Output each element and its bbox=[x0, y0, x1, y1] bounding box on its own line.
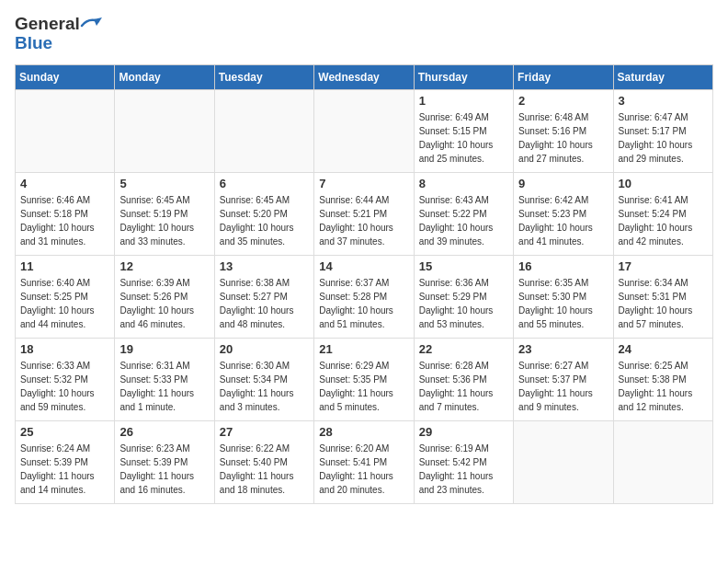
calendar-cell: 14Sunrise: 6:37 AMSunset: 5:28 PMDayligh… bbox=[314, 255, 414, 338]
logo-general-label: General bbox=[15, 15, 80, 34]
day-info: Sunrise: 6:35 AMSunset: 5:30 PMDaylight:… bbox=[518, 276, 608, 331]
day-number: 18 bbox=[20, 342, 109, 356]
calendar-cell: 6Sunrise: 6:45 AMSunset: 5:20 PMDaylight… bbox=[214, 172, 313, 255]
day-number: 24 bbox=[619, 342, 708, 356]
day-info: Sunrise: 6:43 AMSunset: 5:22 PMDaylight:… bbox=[419, 193, 508, 248]
calendar-cell: 12Sunrise: 6:39 AMSunset: 5:26 PMDayligh… bbox=[115, 255, 214, 338]
calendar-cell bbox=[115, 89, 214, 172]
day-info: Sunrise: 6:23 AMSunset: 5:39 PMDaylight:… bbox=[119, 442, 209, 497]
col-wednesday: Wednesday bbox=[314, 64, 414, 89]
calendar-cell bbox=[16, 89, 115, 172]
calendar-cell: 26Sunrise: 6:23 AMSunset: 5:39 PMDayligh… bbox=[115, 420, 214, 503]
calendar-cell: 11Sunrise: 6:40 AMSunset: 5:25 PMDayligh… bbox=[16, 255, 115, 338]
col-thursday: Thursday bbox=[414, 64, 513, 89]
calendar-cell: 25Sunrise: 6:24 AMSunset: 5:39 PMDayligh… bbox=[16, 420, 115, 503]
day-number: 11 bbox=[20, 259, 109, 273]
day-info: Sunrise: 6:36 AMSunset: 5:29 PMDaylight:… bbox=[419, 276, 508, 331]
calendar-cell: 9Sunrise: 6:42 AMSunset: 5:23 PMDaylight… bbox=[514, 172, 613, 255]
day-number: 19 bbox=[119, 342, 209, 356]
calendar-week-4: 18Sunrise: 6:33 AMSunset: 5:32 PMDayligh… bbox=[16, 338, 713, 420]
day-number: 4 bbox=[20, 177, 109, 190]
page-header: General Blue bbox=[15, 15, 713, 53]
day-info: Sunrise: 6:46 AMSunset: 5:18 PMDaylight:… bbox=[20, 193, 109, 248]
calendar-table: Sunday Monday Tuesday Wednesday Thursday… bbox=[15, 64, 713, 504]
col-tuesday: Tuesday bbox=[214, 64, 313, 89]
day-info: Sunrise: 6:42 AMSunset: 5:23 PMDaylight:… bbox=[518, 193, 608, 248]
day-number: 25 bbox=[20, 425, 109, 439]
calendar-cell bbox=[613, 420, 712, 503]
col-sunday: Sunday bbox=[16, 64, 115, 89]
col-saturday: Saturday bbox=[613, 64, 712, 89]
day-info: Sunrise: 6:44 AMSunset: 5:21 PMDaylight:… bbox=[319, 193, 408, 248]
day-number: 14 bbox=[319, 259, 408, 273]
logo-blue-label: Blue bbox=[15, 34, 102, 53]
day-info: Sunrise: 6:40 AMSunset: 5:25 PMDaylight:… bbox=[20, 276, 109, 331]
day-info: Sunrise: 6:48 AMSunset: 5:16 PMDaylight:… bbox=[518, 110, 608, 166]
day-info: Sunrise: 6:25 AMSunset: 5:38 PMDaylight:… bbox=[619, 359, 708, 414]
calendar-cell: 24Sunrise: 6:25 AMSunset: 5:38 PMDayligh… bbox=[613, 338, 712, 420]
calendar-cell: 19Sunrise: 6:31 AMSunset: 5:33 PMDayligh… bbox=[115, 338, 214, 420]
day-number: 16 bbox=[518, 259, 608, 273]
calendar-cell bbox=[214, 89, 313, 172]
calendar-week-1: 1Sunrise: 6:49 AMSunset: 5:15 PMDaylight… bbox=[16, 89, 713, 172]
calendar-cell: 18Sunrise: 6:33 AMSunset: 5:32 PMDayligh… bbox=[16, 338, 115, 420]
day-info: Sunrise: 6:37 AMSunset: 5:28 PMDaylight:… bbox=[319, 276, 408, 331]
day-number: 9 bbox=[518, 177, 608, 190]
calendar-cell bbox=[514, 420, 613, 503]
day-number: 21 bbox=[319, 342, 408, 356]
day-info: Sunrise: 6:34 AMSunset: 5:31 PMDaylight:… bbox=[619, 276, 708, 331]
calendar-cell: 4Sunrise: 6:46 AMSunset: 5:18 PMDaylight… bbox=[16, 172, 115, 255]
calendar-cell: 22Sunrise: 6:28 AMSunset: 5:36 PMDayligh… bbox=[414, 338, 513, 420]
day-number: 3 bbox=[619, 94, 708, 108]
day-number: 10 bbox=[619, 177, 708, 190]
day-info: Sunrise: 6:47 AMSunset: 5:17 PMDaylight:… bbox=[619, 110, 708, 166]
day-number: 12 bbox=[119, 259, 209, 273]
day-info: Sunrise: 6:30 AMSunset: 5:34 PMDaylight:… bbox=[220, 359, 309, 414]
day-info: Sunrise: 6:29 AMSunset: 5:35 PMDaylight:… bbox=[319, 359, 408, 414]
day-number: 1 bbox=[419, 94, 508, 108]
calendar-cell: 29Sunrise: 6:19 AMSunset: 5:42 PMDayligh… bbox=[414, 420, 513, 503]
day-number: 23 bbox=[518, 342, 608, 356]
calendar-week-5: 25Sunrise: 6:24 AMSunset: 5:39 PMDayligh… bbox=[16, 420, 713, 503]
day-info: Sunrise: 6:20 AMSunset: 5:41 PMDaylight:… bbox=[319, 442, 408, 497]
logo-bird-icon bbox=[80, 15, 102, 33]
day-info: Sunrise: 6:22 AMSunset: 5:40 PMDaylight:… bbox=[220, 442, 309, 497]
calendar-cell: 17Sunrise: 6:34 AMSunset: 5:31 PMDayligh… bbox=[613, 255, 712, 338]
day-number: 27 bbox=[220, 425, 309, 439]
day-info: Sunrise: 6:27 AMSunset: 5:37 PMDaylight:… bbox=[518, 359, 608, 414]
calendar-cell: 13Sunrise: 6:38 AMSunset: 5:27 PMDayligh… bbox=[214, 255, 313, 338]
header-row: Sunday Monday Tuesday Wednesday Thursday… bbox=[16, 64, 713, 89]
day-number: 29 bbox=[419, 425, 508, 439]
calendar-cell: 21Sunrise: 6:29 AMSunset: 5:35 PMDayligh… bbox=[314, 338, 414, 420]
calendar-cell: 23Sunrise: 6:27 AMSunset: 5:37 PMDayligh… bbox=[514, 338, 613, 420]
day-number: 28 bbox=[319, 425, 408, 439]
calendar-cell: 5Sunrise: 6:45 AMSunset: 5:19 PMDaylight… bbox=[115, 172, 214, 255]
calendar-week-2: 4Sunrise: 6:46 AMSunset: 5:18 PMDaylight… bbox=[16, 172, 713, 255]
calendar-cell: 8Sunrise: 6:43 AMSunset: 5:22 PMDaylight… bbox=[414, 172, 513, 255]
day-number: 5 bbox=[119, 177, 209, 190]
day-number: 6 bbox=[220, 177, 309, 190]
day-number: 26 bbox=[119, 425, 209, 439]
calendar-cell: 1Sunrise: 6:49 AMSunset: 5:15 PMDaylight… bbox=[414, 89, 513, 172]
day-info: Sunrise: 6:45 AMSunset: 5:19 PMDaylight:… bbox=[119, 193, 209, 248]
day-info: Sunrise: 6:31 AMSunset: 5:33 PMDaylight:… bbox=[119, 359, 209, 414]
day-info: Sunrise: 6:41 AMSunset: 5:24 PMDaylight:… bbox=[619, 193, 708, 248]
day-number: 15 bbox=[419, 259, 508, 273]
day-number: 22 bbox=[419, 342, 508, 356]
calendar-cell: 10Sunrise: 6:41 AMSunset: 5:24 PMDayligh… bbox=[613, 172, 712, 255]
calendar-cell: 3Sunrise: 6:47 AMSunset: 5:17 PMDaylight… bbox=[613, 89, 712, 172]
day-info: Sunrise: 6:38 AMSunset: 5:27 PMDaylight:… bbox=[220, 276, 309, 331]
day-info: Sunrise: 6:49 AMSunset: 5:15 PMDaylight:… bbox=[419, 110, 508, 166]
calendar-cell: 16Sunrise: 6:35 AMSunset: 5:30 PMDayligh… bbox=[514, 255, 613, 338]
day-number: 13 bbox=[220, 259, 309, 273]
day-number: 8 bbox=[419, 177, 508, 190]
calendar-week-3: 11Sunrise: 6:40 AMSunset: 5:25 PMDayligh… bbox=[16, 255, 713, 338]
calendar-cell: 27Sunrise: 6:22 AMSunset: 5:40 PMDayligh… bbox=[214, 420, 313, 503]
calendar-cell: 20Sunrise: 6:30 AMSunset: 5:34 PMDayligh… bbox=[214, 338, 313, 420]
day-number: 20 bbox=[220, 342, 309, 356]
day-info: Sunrise: 6:39 AMSunset: 5:26 PMDaylight:… bbox=[119, 276, 209, 331]
day-info: Sunrise: 6:28 AMSunset: 5:36 PMDaylight:… bbox=[419, 359, 508, 414]
day-info: Sunrise: 6:33 AMSunset: 5:32 PMDaylight:… bbox=[20, 359, 109, 414]
calendar-cell: 7Sunrise: 6:44 AMSunset: 5:21 PMDaylight… bbox=[314, 172, 414, 255]
calendar-cell: 15Sunrise: 6:36 AMSunset: 5:29 PMDayligh… bbox=[414, 255, 513, 338]
